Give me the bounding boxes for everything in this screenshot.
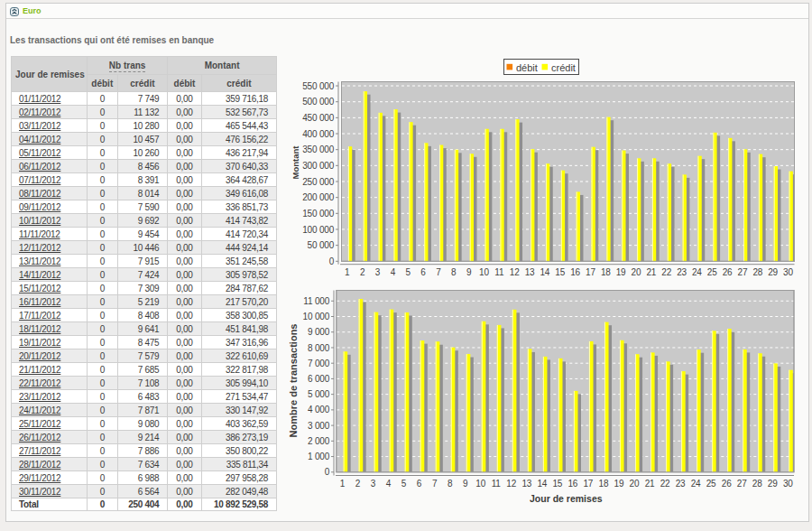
svg-text:5: 5 <box>406 267 411 277</box>
svg-text:8: 8 <box>448 479 453 489</box>
svg-text:21: 21 <box>646 267 656 277</box>
svg-text:11 000: 11 000 <box>303 296 329 306</box>
svg-text:13: 13 <box>521 479 531 489</box>
svg-text:550 000: 550 000 <box>302 81 334 91</box>
svg-text:26: 26 <box>723 267 733 277</box>
svg-text:4: 4 <box>391 267 396 277</box>
svg-text:6 000: 6 000 <box>308 374 330 384</box>
svg-text:25: 25 <box>706 479 716 489</box>
svg-text:2: 2 <box>360 267 365 277</box>
svg-text:9: 9 <box>463 479 468 489</box>
svg-text:3: 3 <box>371 479 376 489</box>
svg-text:20: 20 <box>630 479 640 489</box>
svg-text:30: 30 <box>783 267 793 277</box>
svg-text:2: 2 <box>355 479 361 489</box>
svg-text:20: 20 <box>632 267 641 277</box>
svg-text:28: 28 <box>752 479 762 489</box>
svg-text:300 000: 300 000 <box>302 161 334 171</box>
svg-text:7: 7 <box>432 479 438 489</box>
svg-text:13: 13 <box>525 267 535 277</box>
svg-text:1: 1 <box>345 267 350 277</box>
svg-text:8: 8 <box>451 267 457 277</box>
svg-text:21: 21 <box>645 479 655 489</box>
svg-text:100 000: 100 000 <box>302 225 334 235</box>
svg-text:6: 6 <box>420 267 426 277</box>
svg-text:Jour de remises: Jour de remises <box>530 493 603 504</box>
svg-text:50 000: 50 000 <box>308 240 335 250</box>
svg-text:4 000: 4 000 <box>308 405 330 415</box>
svg-text:10 000: 10 000 <box>303 312 330 321</box>
svg-text:18: 18 <box>599 479 609 489</box>
svg-text:0: 0 <box>325 467 330 477</box>
svg-text:18: 18 <box>601 267 611 277</box>
svg-text:7: 7 <box>436 267 441 277</box>
svg-text:4: 4 <box>386 479 392 489</box>
svg-text:25: 25 <box>707 267 717 277</box>
svg-text:24: 24 <box>691 479 701 489</box>
svg-text:Montant: Montant <box>291 145 300 180</box>
svg-text:5 000: 5 000 <box>308 389 330 399</box>
svg-text:27: 27 <box>737 479 747 489</box>
svg-text:6: 6 <box>417 479 422 489</box>
svg-text:27: 27 <box>738 267 748 277</box>
svg-text:10: 10 <box>479 267 489 277</box>
svg-text:30: 30 <box>783 479 793 489</box>
svg-text:9: 9 <box>466 267 472 277</box>
svg-text:2 000: 2 000 <box>308 436 330 446</box>
svg-text:23: 23 <box>677 267 687 277</box>
svg-text:19: 19 <box>616 267 626 277</box>
svg-text:8 000: 8 000 <box>308 343 330 353</box>
svg-text:350 000: 350 000 <box>302 144 334 154</box>
svg-text:200 000: 200 000 <box>302 192 334 202</box>
svg-text:23: 23 <box>676 479 686 489</box>
svg-text:16: 16 <box>570 267 580 277</box>
svg-text:250 000: 250 000 <box>302 177 334 187</box>
svg-text:1: 1 <box>340 479 346 489</box>
svg-text:10: 10 <box>475 479 485 489</box>
svg-text:19: 19 <box>614 479 624 489</box>
svg-text:12: 12 <box>506 479 516 489</box>
svg-text:14: 14 <box>537 479 547 489</box>
svg-text:0: 0 <box>329 256 335 266</box>
svg-text:500 000: 500 000 <box>302 97 334 107</box>
svg-text:28: 28 <box>752 267 762 277</box>
svg-text:15: 15 <box>552 479 562 489</box>
svg-text:29: 29 <box>768 267 778 277</box>
svg-text:15: 15 <box>555 267 565 277</box>
svg-text:crédit: crédit <box>551 62 576 73</box>
svg-text:150 000: 150 000 <box>302 209 334 219</box>
svg-text:débit: débit <box>516 62 538 73</box>
svg-text:11: 11 <box>492 479 502 489</box>
svg-text:17: 17 <box>584 479 594 489</box>
svg-text:14: 14 <box>540 267 549 277</box>
svg-text:29: 29 <box>768 479 778 489</box>
svg-text:24: 24 <box>692 267 702 277</box>
svg-text:22: 22 <box>661 267 671 277</box>
svg-text:3 000: 3 000 <box>308 421 330 431</box>
svg-text:7 000: 7 000 <box>308 359 330 368</box>
svg-text:26: 26 <box>722 479 732 489</box>
svg-text:5: 5 <box>401 479 407 489</box>
svg-text:11: 11 <box>494 267 504 277</box>
svg-text:17: 17 <box>586 267 595 277</box>
svg-text:450 000: 450 000 <box>302 113 334 123</box>
svg-text:16: 16 <box>567 479 577 489</box>
svg-text:12: 12 <box>510 267 520 277</box>
svg-text:3: 3 <box>375 267 381 277</box>
svg-text:1 000: 1 000 <box>308 452 330 461</box>
svg-text:Nombre de transactions: Nombre de transactions <box>288 324 299 438</box>
svg-text:9 000: 9 000 <box>308 327 330 337</box>
svg-text:400 000: 400 000 <box>302 129 334 139</box>
svg-text:22: 22 <box>660 479 670 489</box>
